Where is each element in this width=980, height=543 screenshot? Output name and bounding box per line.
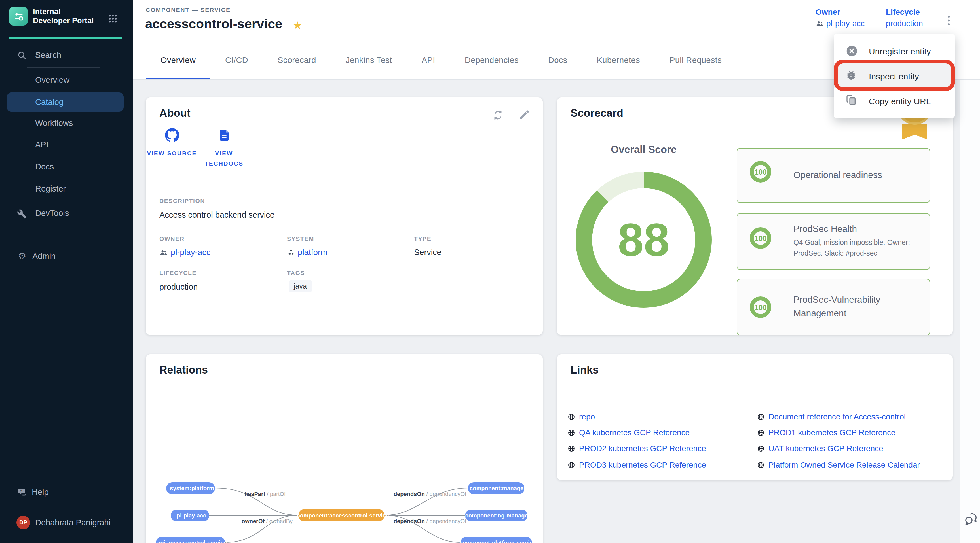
sidebar-item-help[interactable]: ? Help [0, 484, 133, 500]
link-prod1-kubernetes[interactable]: PROD1 kubernetes GCP Reference [757, 427, 896, 438]
system-field-value[interactable]: platform [287, 248, 328, 257]
tab-pull-requests[interactable]: Pull Requests [655, 40, 737, 79]
view-source-button[interactable]: VIEW SOURCE [143, 128, 200, 158]
tab-dependencies[interactable]: Dependencies [450, 40, 533, 79]
description-value: Access control backend service [159, 210, 275, 219]
graph-node-api-accesscontrol-service[interactable]: api:accesscontrol-service [156, 537, 225, 543]
link-prod2-kubernetes[interactable]: PROD2 kubernetes GCP Reference [568, 443, 706, 454]
docs-icon [218, 128, 231, 142]
avatar: DP [16, 516, 30, 529]
sidebar-search[interactable]: Search [0, 47, 133, 63]
edge-label: dependsOn / dependencyOf [394, 518, 466, 524]
kebab-icon [944, 14, 954, 27]
sidebar-user[interactable]: DP Debabrata Panigrahi [0, 514, 133, 530]
edge-label: dependsOn / dependencyOf [394, 491, 466, 497]
gear-icon: ⚙ [17, 251, 27, 261]
sidebar-item-label: Docs [35, 159, 54, 175]
link-document-reference[interactable]: Document reference for Access-control [757, 411, 906, 422]
logo-flow-icon [13, 11, 24, 22]
owner-field-value[interactable]: pl-play-acc [159, 248, 210, 257]
kebab-menu-button[interactable] [944, 14, 955, 29]
link-prod3-kubernetes[interactable]: PROD3 kubernetes GCP Reference [568, 459, 706, 470]
link-release-calendar[interactable]: Platform Owned Service Release Calendar [757, 459, 920, 470]
link-repo[interactable]: repo [568, 411, 595, 422]
sidebar-item-devtools[interactable]: DevTools [0, 205, 133, 221]
tab-kubernetes[interactable]: Kubernetes [582, 40, 655, 79]
link-qa-kubernetes[interactable]: QA kubernetes GCP Reference [568, 427, 690, 438]
tab-docs[interactable]: Docs [533, 40, 582, 79]
graph-node-component-platform-service[interactable]: component:platform-service [460, 537, 532, 543]
tab-api[interactable]: API [407, 40, 450, 79]
graph-node-component-accesscontrol-service[interactable]: component:accesscontrol-service [298, 509, 385, 521]
links-title: Links [571, 364, 598, 376]
graph-node-pl-play-acc[interactable]: pl-play-acc [171, 510, 209, 521]
tab-jenkins-test[interactable]: Jenkins Test [331, 40, 407, 79]
graph-node-system-platform[interactable]: system:platform [166, 483, 215, 494]
edit-button[interactable] [519, 109, 531, 121]
feedback-chat-button[interactable] [964, 511, 980, 527]
links-card: Links repo QA kubernetes GCP Reference P… [557, 354, 953, 480]
sidebar-item-label: Workflows [35, 115, 73, 131]
tag-chip[interactable]: java [289, 280, 312, 292]
edge-label: hasPart / partOf [245, 491, 286, 497]
tier-badge-ribbon [902, 124, 927, 140]
menu-item-unregister-entity[interactable]: Unregister entity [834, 38, 955, 64]
refresh-button[interactable] [492, 109, 504, 121]
owner-value: pl-play-acc [826, 19, 865, 28]
globe-icon [568, 429, 575, 436]
view-techdocs-button[interactable]: VIEW TECHDOCS [196, 128, 252, 168]
graph-node-component-manager[interactable]: component:manager [468, 483, 525, 494]
sidebar: Internal Developer Portal Search Overvie… [0, 0, 133, 543]
menu-item-label: Copy entity URL [869, 96, 931, 106]
sidebar-item-docs[interactable]: Docs [0, 159, 133, 175]
sidebar-item-catalog[interactable]: Catalog [7, 92, 124, 112]
globe-icon [757, 461, 765, 468]
app-logo[interactable] [9, 7, 28, 25]
sidebar-accent-divider [9, 37, 123, 38]
apps-grid-icon[interactable] [108, 14, 118, 24]
menu-item-inspect-entity[interactable]: Inspect entity [834, 64, 955, 89]
help-chat-icon: ? [17, 487, 27, 497]
menu-item-copy-entity-url[interactable]: Copy entity URL [834, 89, 955, 113]
score-value: 100 [754, 234, 767, 242]
system-icon [287, 248, 295, 256]
app-window: Internal Developer Portal Search Overvie… [0, 0, 980, 543]
sidebar-item-api[interactable]: API [0, 137, 133, 152]
view-source-label: VIEW SOURCE [143, 148, 200, 158]
link-uat-kubernetes[interactable]: UAT kubernetes GCP Reference [757, 443, 883, 454]
score-item[interactable]: 100 ProdSec Health Q4 Goal, mission impo… [737, 213, 930, 270]
system-field-label: SYSTEM [287, 235, 314, 242]
overall-score-gauge: 88 [576, 172, 712, 308]
graph-node-component-ng-manager[interactable]: component:ng-manager [465, 510, 527, 521]
owner-link[interactable]: pl-play-acc [816, 19, 865, 28]
score-item-subtitle: Q4 Goal, mission impossible. Owner: Prod… [794, 238, 921, 259]
sidebar-item-register[interactable]: Register [0, 181, 133, 197]
scroll-gutter [959, 0, 980, 543]
sidebar-item-label: API [35, 137, 48, 152]
score-value: 100 [754, 167, 767, 176]
sidebar-item-label: DevTools [35, 205, 69, 221]
overall-score-value: 88 [618, 213, 670, 267]
menu-item-label: Inspect entity [869, 71, 919, 81]
globe-icon [568, 445, 575, 452]
description-label: DESCRIPTION [159, 197, 205, 204]
score-item[interactable]: 100 ProdSec-Vulnerability Management [737, 279, 930, 335]
menu-item-label: Unregister entity [869, 46, 931, 56]
tab-scorecard[interactable]: Scorecard [263, 40, 331, 79]
globe-icon [757, 445, 765, 452]
score-donut: 100 [750, 227, 771, 249]
sidebar-item-admin[interactable]: ⚙ Admin [0, 248, 133, 264]
tab-cicd[interactable]: CI/CD [210, 40, 263, 79]
tab-overview[interactable]: Overview [146, 40, 210, 79]
wrench-icon [17, 208, 27, 218]
globe-icon [757, 429, 765, 436]
score-item[interactable]: 100 Operational readiness [737, 148, 930, 203]
sidebar-item-overview[interactable]: Overview [0, 72, 133, 88]
github-icon [165, 128, 179, 142]
owner-block: Owner pl-play-acc [816, 7, 865, 28]
divider [9, 233, 123, 234]
user-name: Debabrata Panigrahi [35, 514, 111, 530]
sidebar-item-workflows[interactable]: Workflows [0, 115, 133, 131]
lifecycle-value: production [886, 19, 923, 28]
favorite-star-icon[interactable]: ★ [293, 19, 302, 32]
